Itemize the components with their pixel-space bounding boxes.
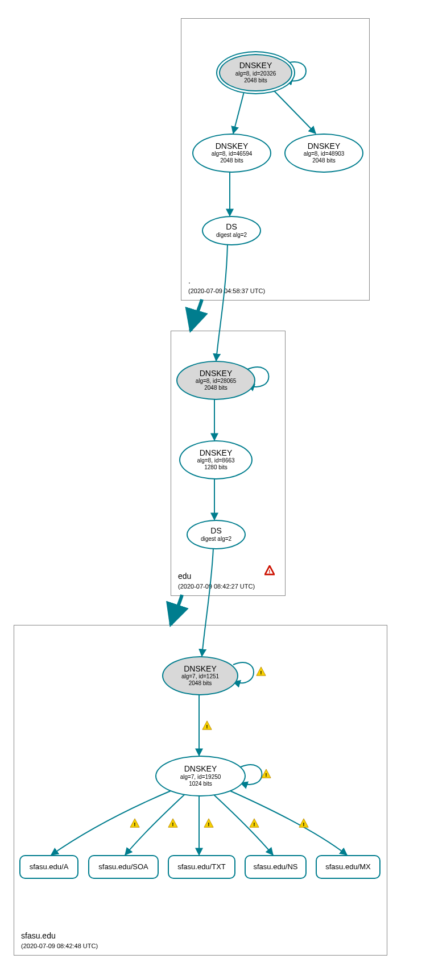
warning-icon: ! — [256, 666, 266, 677]
dnskey-sfasu-zsk: DNSKEY alg=7, id=19250 1024 bits — [155, 756, 246, 796]
zone-edu-timestamp: (2020-07-09 08:42:27 UTC) — [178, 583, 255, 590]
node-title: sfasu.edu/NS — [253, 863, 297, 871]
node-title: DNSKEY — [184, 665, 217, 673]
dnskey-root-zsk2: DNSKEY alg=8, id=48903 2048 bits — [284, 134, 363, 173]
node-sub: alg=7, id=19250 — [180, 774, 221, 781]
node-sub: alg=8, id=28065 — [196, 378, 237, 385]
node-title: sfasu.edu/MX — [325, 863, 371, 871]
node-sub: alg=8, id=48903 — [304, 151, 345, 157]
zone-sfasu-label: sfasu.edu — [21, 931, 56, 940]
warning-icon: ! — [249, 818, 259, 828]
ds-edu: DS digest alg=2 — [187, 520, 246, 549]
ds-root: DS digest alg=2 — [202, 216, 261, 245]
svg-text:!: ! — [134, 821, 135, 827]
node-sub: 2048 bits — [220, 157, 243, 164]
node-sub: digest alg=2 — [201, 536, 231, 543]
svg-text:!: ! — [260, 669, 262, 675]
node-title: sfasu.edu/A — [30, 863, 69, 871]
node-sub: digest alg=2 — [216, 232, 247, 239]
node-title: sfasu.edu/TXT — [177, 863, 226, 871]
dnskey-root-zsk1: DNSKEY alg=8, id=46594 2048 bits — [192, 134, 271, 173]
node-title: DNSKEY — [216, 142, 249, 151]
node-sub: alg=8, id=8663 — [197, 457, 234, 464]
svg-text:!: ! — [265, 772, 267, 778]
node-sub: 2048 bits — [312, 157, 336, 164]
svg-text:!: ! — [206, 723, 208, 729]
svg-text:!: ! — [303, 821, 304, 827]
node-sub: 2048 bits — [189, 680, 212, 687]
dnskey-root-ksk: DNSKEY alg=8, id=20326 2048 bits — [219, 54, 292, 91]
node-sub: alg=8, id=46594 — [212, 151, 253, 157]
dnssec-diagram: . (2020-07-09 04:58:37 UTC) edu (2020-07… — [6, 6, 426, 980]
node-title: DNSKEY — [308, 142, 341, 151]
node-sub: 1280 bits — [204, 464, 228, 471]
rr-txt: sfasu.edu/TXT — [168, 855, 235, 879]
rr-a: sfasu.edu/A — [19, 855, 78, 879]
node-title: DNSKEY — [184, 765, 217, 773]
node-sub: 1024 bits — [189, 781, 212, 787]
error-icon: ! — [264, 565, 275, 576]
node-title: sfasu.edu/SOA — [98, 863, 148, 871]
rr-soa: sfasu.edu/SOA — [88, 855, 159, 879]
zone-sfasu-timestamp: (2020-07-09 08:42:48 UTC) — [21, 943, 98, 949]
warning-icon: ! — [261, 769, 271, 779]
warning-icon: ! — [202, 720, 212, 731]
svg-text:!: ! — [172, 821, 173, 827]
zone-root-label: . — [188, 276, 191, 285]
node-title: DNSKEY — [200, 369, 233, 378]
dnskey-sfasu-ksk: DNSKEY alg=7, id=1251 2048 bits — [162, 656, 238, 695]
warning-icon: ! — [204, 818, 214, 828]
warning-icon: ! — [130, 818, 140, 828]
warning-icon: ! — [299, 818, 309, 828]
dnskey-edu-zsk: DNSKEY alg=8, id=8663 1280 bits — [179, 440, 253, 479]
rr-ns: sfasu.edu/NS — [245, 855, 307, 879]
zone-edu-label: edu — [178, 572, 191, 581]
zone-root-timestamp: (2020-07-09 04:58:37 UTC) — [188, 287, 265, 294]
node-sub: 2048 bits — [244, 77, 267, 84]
node-title: DNSKEY — [200, 449, 233, 457]
node-sub: alg=8, id=20326 — [235, 70, 276, 77]
node-sub: alg=7, id=1251 — [181, 673, 219, 680]
svg-text:!: ! — [268, 568, 270, 574]
node-title: DS — [210, 527, 221, 535]
svg-text:!: ! — [208, 821, 209, 827]
node-title: DS — [226, 223, 237, 231]
rr-mx: sfasu.edu/MX — [316, 855, 380, 879]
dnskey-edu-ksk: DNSKEY alg=8, id=28065 2048 bits — [176, 361, 255, 400]
node-sub: 2048 bits — [204, 385, 228, 391]
node-title: DNSKEY — [239, 61, 272, 70]
svg-text:!: ! — [253, 821, 255, 827]
warning-icon: ! — [168, 818, 178, 828]
